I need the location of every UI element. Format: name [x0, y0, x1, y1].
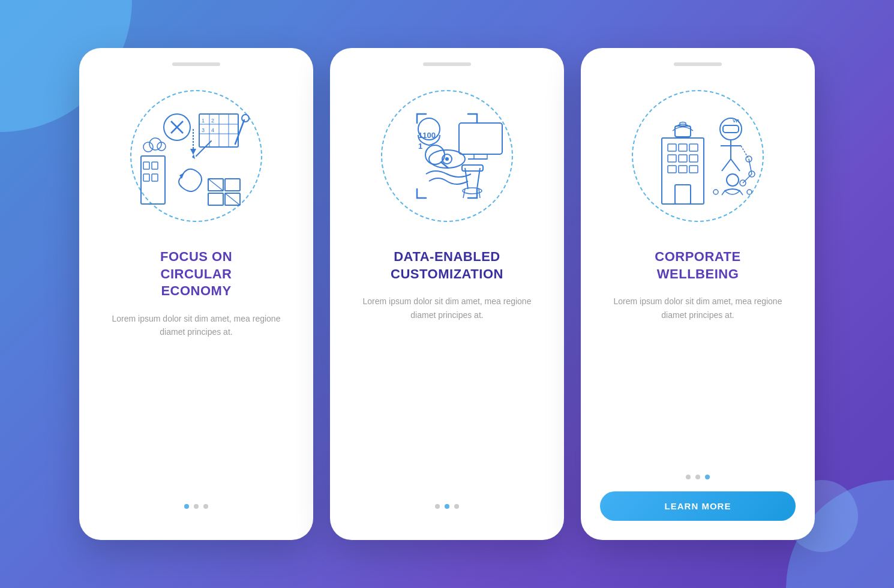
- svg-rect-56: [689, 166, 698, 173]
- card-circular-economy: 1 2 3 4: [79, 48, 313, 540]
- svg-marker-26: [192, 154, 195, 159]
- svg-rect-52: [679, 155, 687, 162]
- svg-point-74: [747, 190, 752, 194]
- svg-line-21: [235, 120, 244, 144]
- svg-rect-29: [225, 179, 240, 191]
- svg-rect-55: [679, 166, 687, 173]
- svg-rect-54: [668, 166, 676, 173]
- svg-rect-60: [723, 125, 739, 133]
- data-customization-icon-area: 1100 1: [369, 78, 525, 234]
- svg-marker-24: [190, 149, 196, 155]
- svg-rect-50: [689, 144, 698, 151]
- svg-rect-3: [143, 174, 149, 181]
- dot-3-active: [705, 475, 710, 479]
- svg-text:1: 1: [202, 118, 205, 124]
- dot-2-1: [435, 504, 440, 509]
- card-1-description: Lorem ipsum dolor sit dim amet, mea regi…: [98, 312, 294, 339]
- card-2-title: DATA-ENABLED CUSTOMIZATION: [391, 248, 503, 283]
- card-2-description: Lorem ipsum dolor sit dim amet, mea regi…: [349, 295, 545, 322]
- svg-point-44: [425, 145, 445, 164]
- corporate-wellbeing-svg: VR: [632, 90, 764, 222]
- svg-rect-2: [152, 162, 158, 169]
- svg-rect-53: [689, 155, 698, 162]
- dot-1-active: [184, 504, 189, 509]
- corporate-wellbeing-icon-area: VR: [620, 78, 776, 234]
- card-1-title: FOCUS ON CIRCULAR ECONOMY: [160, 248, 232, 300]
- dot-1-2: [194, 504, 199, 509]
- svg-rect-30: [208, 193, 223, 205]
- phone-notch-2: [423, 62, 471, 66]
- svg-point-6: [149, 138, 161, 150]
- svg-rect-4: [152, 174, 158, 181]
- phone-notch-1: [172, 62, 220, 66]
- svg-point-22: [242, 115, 249, 122]
- svg-point-43: [445, 157, 449, 161]
- dot-1-3: [203, 504, 208, 509]
- svg-text:VR: VR: [733, 118, 739, 124]
- svg-line-65: [731, 159, 740, 171]
- card-data-customization: 1100 1: [330, 48, 564, 540]
- card-corporate-wellbeing: VR: [581, 48, 815, 540]
- svg-line-32: [208, 179, 223, 191]
- cards-container: 1 2 3 4: [79, 48, 815, 540]
- svg-line-69: [741, 146, 749, 159]
- learn-more-button[interactable]: LEARN MORE: [600, 491, 796, 521]
- dot-2-active: [445, 504, 449, 509]
- svg-text:2: 2: [211, 118, 214, 124]
- phone-notch-3: [674, 62, 722, 66]
- svg-rect-48: [668, 144, 676, 151]
- dot-3-1: [686, 475, 691, 479]
- card-3-dots: [686, 475, 710, 479]
- svg-line-71: [743, 174, 752, 183]
- circular-economy-svg: 1 2 3 4: [130, 90, 262, 222]
- svg-point-73: [713, 190, 718, 194]
- circular-economy-icon-area: 1 2 3 4: [118, 78, 274, 234]
- card-3-description: Lorem ipsum dolor sit dim amet, mea regi…: [600, 295, 796, 322]
- svg-rect-0: [141, 156, 165, 204]
- card-2-dots: [435, 504, 459, 509]
- svg-rect-36: [459, 123, 502, 154]
- data-customization-svg: 1100 1: [381, 90, 513, 222]
- svg-text:4: 4: [211, 127, 214, 133]
- svg-line-64: [722, 159, 731, 171]
- card-1-dots: [184, 504, 208, 509]
- svg-text:3: 3: [202, 127, 205, 133]
- svg-rect-1: [143, 162, 149, 169]
- svg-rect-49: [679, 144, 687, 151]
- dot-3-2: [695, 475, 700, 479]
- svg-point-5: [143, 142, 153, 152]
- svg-rect-57: [675, 185, 691, 204]
- dot-2-3: [454, 504, 459, 509]
- svg-line-25: [196, 141, 211, 156]
- svg-rect-51: [668, 155, 676, 162]
- card-3-title: CORPORATE WELLBEING: [655, 248, 740, 283]
- svg-rect-37: [474, 154, 487, 159]
- svg-line-33: [225, 193, 240, 205]
- svg-point-72: [727, 174, 739, 186]
